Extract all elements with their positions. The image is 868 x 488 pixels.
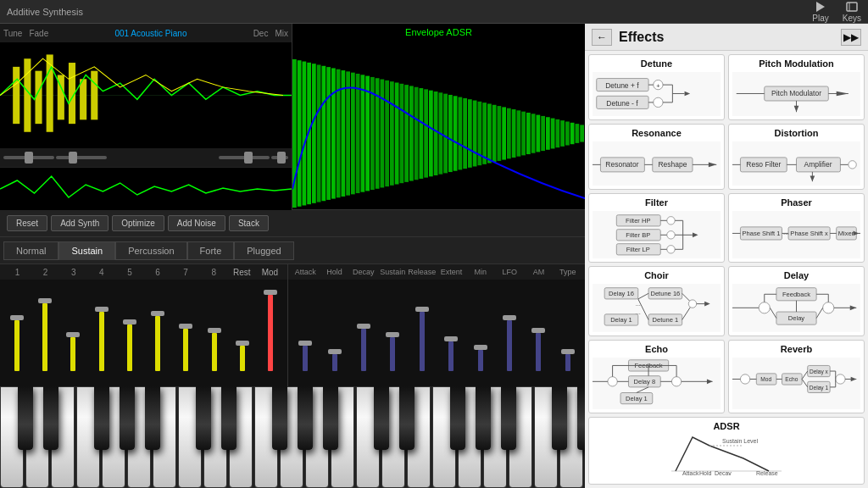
adsr-thumb-5[interactable] — [415, 307, 429, 312]
harm-thumb-7[interactable] — [179, 324, 192, 329]
harm-bar-1[interactable] — [3, 283, 30, 383]
tab-plugged[interactable]: Plugged — [234, 241, 293, 260]
svg-marker-0 — [816, 2, 825, 12]
adsr-thumb-2[interactable] — [328, 349, 342, 354]
black-key[interactable] — [221, 386, 236, 450]
svg-text:Phase Shift x: Phase Shift x — [790, 230, 828, 237]
svg-point-133 — [671, 377, 681, 386]
svg-point-154 — [740, 374, 749, 384]
effect-resonance[interactable]: Resonance Resonator Reshape — [588, 124, 725, 190]
tab-normal[interactable]: Normal — [3, 241, 58, 260]
back-button[interactable]: ← — [592, 29, 612, 46]
effect-distortion[interactable]: Distortion Reso Filter Amplifier — [728, 124, 865, 190]
effect-reverb[interactable]: Reverb Mod Echo Delay x Delay 1 — [728, 340, 865, 413]
delay-title: Delay — [784, 270, 809, 280]
adsr-bar-1[interactable] — [292, 283, 319, 383]
effect-phaser[interactable]: Phaser Phase Shift 1 Phase Shift x Mixer — [728, 193, 865, 263]
resonance-diagram: Resonator Reshape — [593, 141, 721, 186]
black-key[interactable] — [196, 386, 211, 450]
effect-choir[interactable]: Choir Delay 16 Detune 16 Delay 1 Detune … — [588, 266, 725, 336]
black-key[interactable] — [399, 386, 415, 450]
adsr-bar-6[interactable] — [437, 283, 465, 383]
adsr-bar-5[interactable] — [409, 283, 436, 383]
svg-text:Decay: Decay — [715, 470, 732, 475]
black-key[interactable] — [272, 386, 287, 450]
adsr-thumb-10[interactable] — [561, 349, 575, 354]
harm-bar-7[interactable] — [173, 283, 199, 383]
adsr-thumb-6[interactable] — [444, 336, 458, 341]
add-noise-button[interactable]: Add Noise — [168, 215, 225, 231]
black-key[interactable] — [476, 386, 491, 450]
adsr-thumb-8[interactable] — [503, 315, 516, 320]
stack-button[interactable]: Stack — [229, 215, 269, 231]
adsr-thumb-1[interactable] — [298, 341, 312, 346]
harm-bar-6[interactable] — [144, 283, 170, 383]
black-key[interactable] — [552, 386, 567, 450]
add-synth-button[interactable]: Add Synth — [51, 215, 108, 231]
harm-thumb-3[interactable] — [66, 332, 80, 337]
harmonic-bars — [0, 280, 287, 386]
effect-detune[interactable]: Detune Detune + f Detune - f + — [588, 54, 725, 120]
adsr-bar-9[interactable] — [525, 283, 552, 383]
harmonics-left: 1 2 3 4 5 6 7 8 Rest Mod — [0, 264, 288, 386]
adsr-bar-10[interactable] — [554, 283, 581, 383]
harm-bar-3[interactable] — [60, 283, 86, 383]
svg-rect-7 — [35, 71, 42, 124]
harm-thumb-9[interactable] — [236, 341, 249, 346]
keys-button[interactable]: Keys — [843, 1, 861, 23]
adsr-bar-2[interactable] — [320, 283, 348, 383]
adsr-thumb-4[interactable] — [386, 332, 399, 337]
adsr-bar-4[interactable] — [379, 283, 406, 383]
harm-num-2: 2 — [31, 268, 59, 277]
play-button[interactable]: Play — [812, 1, 828, 23]
tab-percussion[interactable]: Percussion — [115, 241, 186, 260]
harm-bar-9[interactable] — [229, 283, 255, 383]
effect-delay[interactable]: Delay Feedback Delay — [728, 266, 865, 336]
reset-button[interactable]: Reset — [7, 215, 47, 231]
harm-bar-5[interactable] — [116, 283, 142, 383]
optimize-button[interactable]: Optimize — [112, 215, 164, 231]
black-key[interactable] — [450, 386, 465, 450]
adsr-bar-3[interactable] — [350, 283, 377, 383]
harm-thumb-2[interactable] — [38, 298, 52, 303]
harm-bar-8[interactable] — [201, 283, 227, 383]
adsr-bar-8[interactable] — [496, 283, 523, 383]
phaser-diagram: Phase Shift 1 Phase Shift x Mixer ... — [732, 211, 860, 259]
harm-thumb-10[interactable] — [264, 290, 277, 295]
fade-slider[interactable] — [56, 156, 107, 159]
tune-slider[interactable] — [3, 156, 54, 159]
mix-slider[interactable] — [271, 156, 288, 159]
tab-forte[interactable]: Forte — [187, 241, 235, 260]
harm-thumb-1[interactable] — [10, 315, 24, 320]
tab-sustain[interactable]: Sustain — [58, 241, 115, 260]
adsr-thumb-7[interactable] — [474, 345, 487, 350]
harm-thumb-6[interactable] — [151, 311, 164, 316]
effect-filter[interactable]: Filter Filter HP Filter BP Filter LP — [588, 193, 725, 263]
black-key[interactable] — [18, 386, 33, 450]
harm-bar-2[interactable] — [31, 283, 58, 383]
adsr-bar-7[interactable] — [466, 283, 493, 383]
harm-bar-10[interactable] — [258, 283, 284, 383]
harm-thumb-8[interactable] — [208, 328, 221, 333]
effect-pitch-mod[interactable]: Pitch Modulation Pitch Modulator — [728, 54, 865, 120]
effect-echo[interactable]: Echo Feedback Delay 8 Delay 1 — [588, 340, 725, 413]
dec-slider[interactable] — [219, 156, 270, 159]
black-key[interactable] — [323, 386, 338, 450]
svg-text:+: + — [656, 82, 660, 90]
black-key[interactable] — [120, 386, 135, 450]
harm-bar-4[interactable] — [88, 283, 114, 383]
black-key[interactable] — [501, 386, 516, 450]
forward-button[interactable]: ▶▶ — [841, 29, 861, 46]
adsr-thumb-9[interactable] — [531, 328, 545, 333]
black-key[interactable] — [298, 386, 313, 450]
harm-thumb-4[interactable] — [95, 307, 108, 312]
adsr-thumb-3[interactable] — [357, 324, 370, 329]
black-key[interactable] — [94, 386, 109, 450]
black-key[interactable] — [145, 386, 160, 450]
svg-text:...: ... — [636, 308, 641, 316]
black-key[interactable] — [43, 386, 58, 450]
decay-label: Decay — [350, 268, 377, 276]
harm-thumb-5[interactable] — [123, 319, 136, 324]
black-key[interactable] — [577, 386, 585, 450]
black-key[interactable] — [374, 386, 389, 450]
